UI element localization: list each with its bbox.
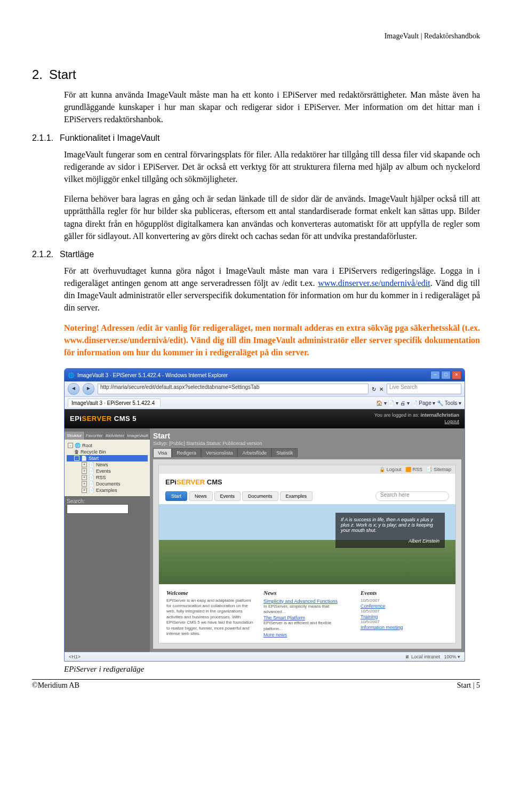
nav-start[interactable]: Start [165,491,187,501]
news-desc-1: In EPiServer, simplicity means that adva… [263,604,351,615]
browser-tab[interactable]: ImageVault 3 · EPiServer 5.1.422.4 [68,399,161,407]
example-url-link[interactable]: www.dinserver.se/undernivå/edit [318,278,430,288]
heading-title: Funktionalitet i ImageVault [60,133,159,142]
browser-status-bar: <H1> 🖥 Local intranet 100% ▾ [65,652,465,661]
sidebar-search-input[interactable] [67,504,129,514]
sidebar-tab-favoriter[interactable]: Favoriter [85,432,105,440]
nav-events[interactable]: Events [214,491,241,501]
content-area: Start Sidtyp: [Public] Startsida Status:… [150,428,465,652]
browser-tab-bar: ImageVault 3 · EPiServer 5.1.422.4 🏠 ▾ 📄… [65,397,465,409]
intro-paragraph: För att kunna använda ImageVault måste m… [64,89,480,126]
hero-image: If A is success in life, then A equals x… [159,504,455,584]
note-paragraph: Notering! Adressen /edit är vanlig för r… [64,322,480,359]
nav-documents[interactable]: Documents [242,491,278,501]
functionality-paragraph-2: Filerna behöver bara lagras en gång och … [64,193,480,242]
functionality-paragraph-1: ImageVault fungerar som en central förva… [64,148,480,186]
tab-redigera[interactable]: Redigera [172,448,201,457]
refresh-icon[interactable]: ↻ [372,386,376,392]
site-nav: Start News Events Documents Examples Sea… [159,488,455,504]
col-events: Events 10/5/2007 Conference 10/5/2007 Tr… [361,590,448,638]
window-titlebar: 🌐 ImageVault 3 · EPiServer 5.1.422.4 - W… [65,369,465,381]
browser-tools[interactable]: 🏠 ▾ 📄 ▾ 🖨 ▾ 📄 Page ▾ 🔧 Tools ▾ [376,400,461,406]
logged-in-user: internal\christian [420,412,459,418]
events-heading: Events [361,590,448,596]
tree-item-recyclebin[interactable]: 🗑 Recycle Bin [67,449,148,455]
episerver-logo: EPiSERVER CMS 5 [70,415,137,423]
tree-item-events[interactable]: +📄 Events [67,468,148,474]
status-zoom[interactable]: 100% ▾ [444,654,460,659]
tree-item-examples[interactable]: +📄 Examples [67,487,148,493]
tab-versionslista[interactable]: Versionslista [201,448,238,457]
window-title: ImageVault 3 · EPiServer 5.1.422.4 - Win… [77,372,228,378]
toplink-rss[interactable]: 🟧 RSS [405,467,422,472]
running-header: ImageVault | Redaktörshandbok [32,32,480,41]
browser-search-field[interactable]: Live Search [387,384,461,394]
sidebar-tabs: Struktur Favoriter Aktiviteter ImageVaul… [65,432,150,440]
tree-item-documents[interactable]: +📄 Documents [67,481,148,487]
heading-number: 2.1.2. [32,250,60,259]
page-footer: ©Meridium AB Start | 5 [32,679,480,690]
close-icon[interactable]: × [452,371,461,379]
back-icon[interactable]: ◄ [68,383,79,395]
footer-copyright: ©Meridium AB [32,681,79,690]
heading-level-3-startmode: 2.1.2.Startläge [32,250,480,259]
tree-item-start[interactable]: -📄 Start [67,455,148,461]
window-controls[interactable]: – □ × [430,371,461,379]
nav-examples[interactable]: Examples [280,491,313,501]
minimize-icon[interactable]: – [430,371,440,379]
page-tree: -🌐 Root 🗑 Recycle Bin -📄 Start +📄 News +… [65,440,150,496]
site-search-field[interactable]: Search here [375,491,449,501]
sidebar-tab-aktiviteter[interactable]: Aktiviteter [105,432,126,440]
sidebar-tab-struktur[interactable]: Struktur [65,432,85,440]
toplink-sitemap[interactable]: 📑 Sitemap [426,467,451,472]
tab-statistik[interactable]: Statistik [271,448,298,457]
footer-pagenum: Start | 5 [457,681,480,690]
content-tabs: Visa Redigera Versionslista Arbetsflöde … [153,448,461,457]
sidebar-tab-imagevault[interactable]: ImageVault [126,432,150,440]
news-desc-2: EPiServer is an efficient and flexible p… [263,620,351,632]
logout-link[interactable]: Logout [444,419,459,424]
toplink-logout[interactable]: 🔒 Logout [379,467,401,472]
site-preview: 🔒 Logout 🟧 RSS 📑 Sitemap EPiSERVER CMS [158,465,456,644]
stop-icon[interactable]: ✕ [379,386,383,392]
logo-part-server: SERVER [82,415,111,423]
episerver-topbar: EPiSERVER CMS 5 You are logged in as: in… [65,409,465,428]
tab-arbetsflode[interactable]: Arbetsflöde [237,448,271,457]
news-more-link[interactable]: More news [263,632,287,638]
event-date-2: 10/5/2007 [361,609,448,614]
quote-author: Albert Einstein [409,538,439,544]
nav-news[interactable]: News [189,491,213,501]
tree-item-root[interactable]: -🌐 Root [67,442,148,449]
event-link-3[interactable]: Information meeting [361,625,403,630]
hero-quote: If A is success in life, then A equals x… [335,513,445,548]
sidebar: Struktur Favoriter Aktiviteter ImageVaul… [65,428,150,652]
status-zone: Local intranet [411,654,440,659]
forward-icon[interactable]: ► [83,383,94,395]
welcome-text: EPiServer is an easy and adaptable platf… [166,598,254,637]
heading-title: Start [49,67,76,82]
news-link-2[interactable]: The Smart Platform [263,615,305,620]
figure-caption: EPiServer i redigeraläge [64,665,480,674]
logo-part-epi: EPi [70,415,82,423]
heading-number: 2. [32,67,43,82]
content-heading: Start [153,432,170,440]
event-link-2[interactable]: Training [361,614,378,619]
url-field[interactable]: http://maria/secure/edit/default.aspx?se… [98,384,369,394]
event-link-1[interactable]: Conference [361,603,386,609]
screenshot-episerver-editmode: 🌐 ImageVault 3 · EPiServer 5.1.422.4 - W… [64,368,465,662]
status-left: <H1> [69,654,81,659]
heading-title: Startläge [60,250,94,259]
logo-part-cms5: CMS 5 [112,415,137,423]
tree-item-news[interactable]: +📄 News [67,461,148,468]
news-link-1[interactable]: Simplicity and Advanced Functions [263,599,338,604]
sidebar-search-label: Search: [67,498,85,504]
tree-item-rss[interactable]: +📄 RSS [67,474,148,481]
heading-level-3-functionality: 2.1.1.Funktionalitet i ImageVault [32,133,480,143]
heading-number: 2.1.1. [32,133,60,143]
welcome-heading: Welcome [166,590,254,596]
tab-visa[interactable]: Visa [153,448,172,457]
ie-icon: 🌐 [68,372,74,378]
heading-level-1: 2.Start [32,67,480,82]
maximize-icon[interactable]: □ [441,371,451,379]
zone-icon: 🖥 [405,654,410,659]
